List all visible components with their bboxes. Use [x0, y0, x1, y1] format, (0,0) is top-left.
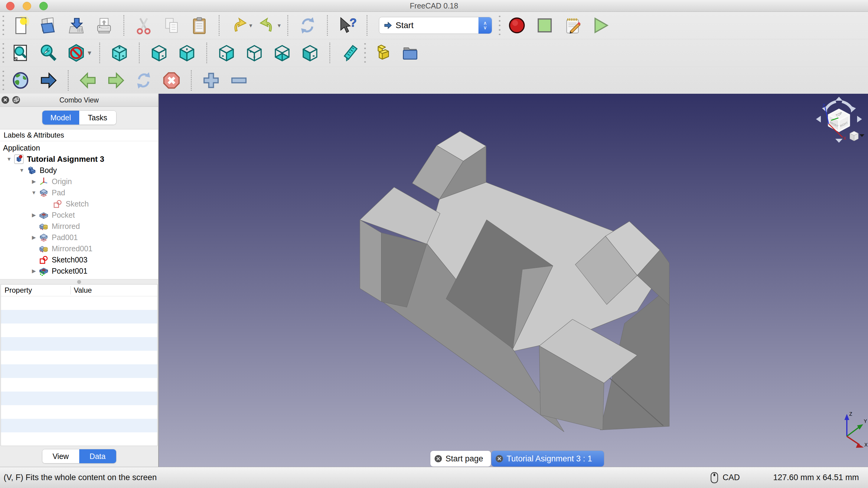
open-document-button[interactable]	[39, 16, 58, 35]
bottom-view-button[interactable]	[273, 43, 292, 63]
browser-back-button[interactable]	[78, 71, 98, 90]
redo-dropdown-caret[interactable]: ▾	[278, 22, 281, 29]
property-table-rows[interactable]	[1, 296, 157, 446]
workbench-dropdown-arrows[interactable]: ∧∨	[478, 17, 492, 34]
top-view-button[interactable]	[177, 43, 196, 63]
new-document-button[interactable]	[11, 16, 30, 35]
expand-arrow[interactable]: ▶	[29, 178, 39, 185]
whats-this-button[interactable]: ?	[338, 16, 357, 35]
macro-edit-button[interactable]	[563, 16, 582, 35]
tree-item-sketch003[interactable]: Sketch003	[0, 254, 158, 265]
tree-item-mirrored[interactable]: Mirrored	[0, 221, 158, 232]
fit-selection-icon	[39, 43, 58, 62]
front-view-button[interactable]	[149, 43, 169, 63]
navcube-left-arrow	[816, 116, 821, 123]
draw-style-button[interactable]	[66, 43, 86, 63]
stop-macro-icon	[535, 16, 554, 35]
docs-arrow-button[interactable]	[39, 71, 58, 90]
redo-icon	[258, 16, 277, 35]
cut-button[interactable]	[134, 16, 153, 35]
rear-view-cube-icon	[245, 43, 264, 62]
tab-model[interactable]: Model	[42, 111, 79, 125]
expand-arrow[interactable]: ▼	[17, 167, 27, 173]
panel-splitter[interactable]	[0, 280, 158, 284]
tree-item-application[interactable]: Application	[0, 142, 158, 154]
macro-record-button[interactable]	[507, 16, 527, 35]
property-editor: Property Value	[1, 284, 158, 446]
save-document-button[interactable]	[66, 16, 86, 35]
separator	[206, 43, 207, 63]
back-arrow-icon	[79, 71, 97, 90]
copy-button[interactable]	[162, 16, 181, 35]
paste-button[interactable]	[190, 16, 209, 35]
browser-forward-button[interactable]	[106, 71, 125, 90]
create-group-button[interactable]	[400, 43, 420, 63]
zoom-out-button[interactable]	[229, 71, 249, 90]
tree-item-sketch[interactable]: Sketch	[0, 198, 158, 209]
tab-start-page[interactable]: Start page	[430, 451, 491, 466]
toolbar-drag-handle[interactable]	[2, 71, 5, 90]
undo-button[interactable]	[229, 16, 249, 35]
tab-view[interactable]: View	[42, 449, 79, 463]
redo-button[interactable]	[258, 16, 277, 35]
measure-button[interactable]	[340, 43, 359, 63]
navcube-menu-caret[interactable]	[860, 134, 864, 137]
svg-text:?: ?	[350, 16, 356, 29]
toolbar-drag-handle[interactable]	[364, 43, 367, 63]
svg-text:X: X	[843, 136, 846, 140]
navcube-mini-cube-button[interactable]	[850, 131, 858, 141]
macro-stop-button[interactable]	[535, 16, 554, 35]
fit-all-button[interactable]	[11, 43, 30, 63]
3d-viewport[interactable]: TOP FRONT RIGHT Z X Z Y X	[159, 94, 868, 467]
tab-tasks[interactable]: Tasks	[79, 111, 116, 125]
refresh-button[interactable]	[298, 16, 317, 35]
combo-view-panel: Combo View Model Tasks Labels & Attribut…	[0, 94, 159, 467]
panel-float-button[interactable]	[11, 95, 21, 105]
browser-stop-button[interactable]	[162, 71, 181, 90]
tree-item-pocket001[interactable]: ▶ Pocket001	[0, 265, 158, 276]
zoom-in-button[interactable]	[202, 71, 221, 90]
tree-item-origin[interactable]: ▶ Origin	[0, 176, 158, 187]
tree-item-mirrored001[interactable]: Mirrored001	[0, 243, 158, 254]
browser-refresh-button[interactable]	[134, 71, 153, 90]
create-part-button[interactable]	[373, 43, 392, 63]
close-tab-icon[interactable]	[434, 454, 442, 463]
expand-arrow[interactable]: ▶	[29, 234, 39, 241]
open-folder-icon	[39, 16, 58, 35]
right-view-button[interactable]	[217, 43, 236, 63]
tab-document-active[interactable]: Tutorial Asignment 3 : 1	[492, 451, 604, 466]
navigation-cube[interactable]: TOP FRONT RIGHT Z X	[814, 96, 866, 144]
draw-style-dropdown-caret[interactable]: ▼	[87, 50, 93, 57]
tree-item-document[interactable]: ▼ Tutorial Asignment 3	[0, 154, 158, 165]
axonometric-view-button[interactable]	[110, 43, 129, 63]
print-button[interactable]	[94, 16, 114, 35]
toolbar-drag-handle[interactable]	[498, 16, 501, 35]
toolbar-navigation	[0, 67, 868, 94]
expand-arrow[interactable]: ▼	[4, 156, 14, 162]
tree-item-pad001[interactable]: ▶ Pad001	[0, 232, 158, 243]
sketch-icon	[39, 255, 49, 265]
macro-execute-button[interactable]	[591, 16, 610, 35]
tree-item-pocket[interactable]: ▶ Pocket	[0, 209, 158, 221]
expand-arrow[interactable]: ▼	[29, 190, 39, 196]
toolbar-drag-handle[interactable]	[2, 43, 5, 63]
expand-arrow[interactable]: ▶	[29, 268, 39, 274]
tree-item-pad[interactable]: ▼ Pad	[0, 187, 158, 198]
mouse-icon	[710, 472, 718, 484]
panel-close-button[interactable]	[1, 95, 10, 105]
undo-dropdown-caret[interactable]: ▾	[249, 22, 252, 29]
left-view-button[interactable]	[300, 43, 320, 63]
expand-arrow[interactable]: ▶	[29, 212, 39, 218]
workbench-selector[interactable]: Start ∧∨	[379, 17, 492, 34]
tree-item-body[interactable]: ▼ Body	[0, 165, 158, 176]
undo-icon	[229, 16, 248, 35]
toolbar-drag-handle[interactable]	[2, 16, 5, 35]
3d-model[interactable]	[159, 94, 868, 467]
rear-view-button[interactable]	[245, 43, 264, 63]
nav-style-label[interactable]: CAD	[722, 473, 740, 482]
fit-selection-button[interactable]	[39, 43, 58, 63]
tab-data[interactable]: Data	[79, 449, 116, 463]
web-home-button[interactable]	[11, 71, 30, 90]
property-column-header: Property	[1, 286, 70, 294]
close-tab-icon[interactable]	[495, 454, 503, 463]
